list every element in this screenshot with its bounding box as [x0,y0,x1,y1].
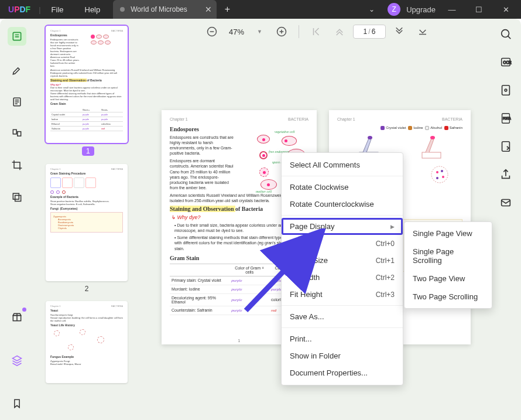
svg-point-26 [505,89,507,91]
svg-point-19 [441,170,443,172]
ctx-actual-size[interactable]: Actual SizeCtrl+1 [282,252,403,269]
highlighter-icon[interactable] [10,63,24,77]
first-page-button[interactable] [306,22,326,42]
thumbnail-panel: Chapter 1BACTERIA Endospores Endospores … [34,19,144,420]
export-icon[interactable] [499,139,513,153]
zoom-in-button[interactable] [272,22,292,42]
right-toolbar: OCR PDF/A [491,19,521,420]
svg-point-12 [430,136,435,139]
search-icon[interactable] [499,27,513,41]
svg-rect-2 [13,129,16,134]
zoom-level: 47% [225,28,248,36]
svg-rect-4 [13,193,19,199]
document-toolbar: 47% ▼ 1/6 [144,19,491,45]
tab-favicon-icon [120,7,125,12]
zoom-out-button[interactable] [202,22,222,42]
zoom-dropdown-icon[interactable]: ▼ [251,29,268,35]
svg-rect-29 [502,142,510,152]
window-minimize-button[interactable]: — [441,5,462,14]
sub-two-page-scrolling[interactable]: Two Page Scrolling [405,288,492,306]
thumbnail-page-1[interactable]: Chapter 1BACTERIA Endospores Endospores … [46,26,128,156]
ocr-icon[interactable]: OCR [499,55,513,69]
ctx-save-as[interactable]: Save As... [282,308,403,325]
thumbnail-page-3[interactable]: Chapter 1BACTERIA Yeast Saccharomyces fu… [46,301,128,383]
page-number-input[interactable]: 1/6 [353,25,386,39]
user-avatar[interactable]: Z [388,3,400,16]
svg-rect-25 [502,86,510,95]
svg-point-10 [368,136,372,139]
svg-rect-11 [422,152,441,158]
prev-page-button[interactable] [330,22,349,42]
thumbnail-number: 2 [46,285,128,293]
gift-icon[interactable] [10,310,24,324]
tab-title: World of Microbes [131,5,187,13]
window-maximize-button[interactable]: ☐ [468,5,489,14]
redact-icon[interactable] [10,190,24,204]
ctx-document-properties[interactable]: Document Properties... [282,364,403,381]
ctx-fit-height[interactable]: Fit HeightCtrl+3 [282,286,403,303]
edit-text-icon[interactable] [10,95,24,109]
ctx-show-in-folder[interactable]: Show in Folder [282,347,403,364]
svg-point-21 [436,177,438,179]
app-logo: UPDF [0,5,39,14]
thumbnail-number: 1 [82,146,94,156]
svg-point-22 [502,30,509,37]
share-icon[interactable] [499,168,513,182]
svg-rect-5 [15,196,21,202]
thumbnail-page-2[interactable]: Chapter 1BACTERIA Gram Staining Procedur… [46,164,128,293]
bookmark-icon[interactable] [10,397,24,411]
svg-text:OCR: OCR [503,60,512,64]
svg-point-17 [431,166,448,183]
context-menu: Select All Comments Rotate Clockwise Rot… [281,152,403,385]
comment-panel-icon[interactable] [499,83,513,97]
next-page-button[interactable] [389,22,409,42]
close-tab-icon[interactable]: ✕ [205,5,212,14]
upgrade-link[interactable]: Upgrade [406,5,436,14]
ctx-page-display[interactable]: Page Display▶ [282,218,403,235]
ctx-select-all-comments[interactable]: Select All Comments [282,156,403,173]
svg-point-20 [442,176,444,178]
svg-rect-3 [18,132,21,136]
crop-icon[interactable] [10,158,24,172]
organize-pages-icon[interactable] [10,127,24,141]
last-page-button[interactable] [413,22,433,42]
title-bar: UPDF | File Help World of Microbes ✕ + ⌄… [0,0,521,19]
reader-mode-icon[interactable] [8,27,26,46]
ctx-rotate-ccw[interactable]: Rotate Counterclockwise [282,196,403,213]
new-tab-button[interactable]: + [217,4,238,15]
ctx-fit-width[interactable]: Fit WidthCtrl+2 [282,269,403,286]
sub-single-page-scrolling[interactable]: Single Page Scrolling [405,243,492,269]
mail-icon[interactable] [499,196,513,210]
layers-icon[interactable] [10,353,24,367]
ctx-print[interactable]: Print... [282,330,403,347]
menu-file[interactable]: File [41,5,74,14]
page-display-submenu: Single Page View Single Page Scrolling T… [404,221,492,309]
menu-help[interactable]: Help [74,5,111,14]
ctx-rotate-cw[interactable]: Rotate Clockwise [282,179,403,196]
tabs-dropdown-icon[interactable]: ⌄ [362,5,382,13]
sub-single-page-view[interactable]: Single Page View [405,224,492,243]
pdfa-icon[interactable]: PDF/A [499,111,513,125]
left-toolbar [0,19,34,420]
svg-point-18 [436,171,438,173]
ctx-fit-page[interactable]: Fit PageCtrl+0 [282,235,403,252]
submenu-arrow-icon: ▶ [390,224,395,230]
svg-text:PDF/A: PDF/A [503,117,511,120]
document-tab[interactable]: World of Microbes ✕ [113,0,216,19]
window-close-button[interactable]: ✕ [495,5,516,14]
sub-two-page-view[interactable]: Two Page View [405,269,492,288]
app-body: Chapter 1BACTERIA Endospores Endospores … [0,19,521,420]
